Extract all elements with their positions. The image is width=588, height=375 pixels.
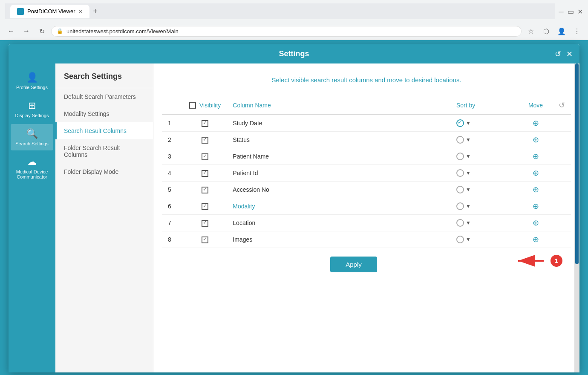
sort-dropdown-4[interactable]: ▼ [466,187,471,193]
browser-tab[interactable]: PostDICOM Viewer ✕ [10,5,89,18]
row-checkbox-7[interactable] [202,237,208,243]
column-name-text-1: Status [233,136,250,143]
profile-icon: 👤 [26,72,38,83]
sort-dropdown-0[interactable]: ▼ [466,120,471,126]
instruction-text: Select visible search result columns and… [162,72,571,88]
row-checkbox-0[interactable] [202,120,208,127]
sort-radio-2[interactable] [456,153,464,160]
nav-item-default-search[interactable]: Default Search Parameters [55,88,153,105]
sort-by-header-label: Sort by [456,102,475,109]
sidebar-label-search: Search Settings [15,141,49,146]
modal-title: Settings [279,49,309,58]
sort-radio-1[interactable] [456,136,464,144]
back-button[interactable]: ← [5,25,17,37]
move-handle-6[interactable]: ⊕ [533,219,539,227]
tab-close-button[interactable]: ✕ [78,9,83,14]
row-checkbox-5[interactable] [202,203,208,210]
sort-cell-3: ▼ [450,165,519,182]
nav-item-search-result-columns[interactable]: Search Result Columns [55,122,153,139]
visibility-checkbox-0[interactable] [183,115,227,132]
window-close-button[interactable]: ✕ [577,9,583,14]
modal-reset-button[interactable]: ↺ [555,49,561,59]
visibility-checkbox-6[interactable] [183,215,227,231]
extra-cell-2 [553,148,571,165]
row-checkbox-3[interactable] [202,170,208,177]
visibility-header-label: Visibility [199,102,221,109]
visibility-checkbox-2[interactable] [183,148,227,165]
nav-item-folder-display-mode[interactable]: Folder Display Mode [55,163,153,180]
extra-cell-4 [553,182,571,198]
bookmark-button[interactable]: ☆ [525,25,537,37]
browser-chrome: PostDICOM Viewer ✕ + ─ ▭ ✕ ← → ↻ 🔒 unite… [0,0,588,40]
sort-radio-6[interactable] [456,219,464,227]
profile-button[interactable]: 👤 [556,25,568,37]
visibility-checkbox-3[interactable] [183,165,227,182]
row-checkbox-6[interactable] [202,220,208,227]
row-number-header [162,96,183,115]
forward-button[interactable]: → [20,25,32,37]
move-cell-6: ⊕ [519,215,553,231]
sidebar-item-display-settings[interactable]: ⊞ Display Settings [11,96,53,122]
table-row: 8 Images ▼ ⊕ [162,231,571,248]
select-all-checkbox[interactable] [189,102,196,109]
row-checkbox-2[interactable] [202,153,208,160]
sort-dropdown-3[interactable]: ▼ [466,170,471,176]
scrollbar-track[interactable] [574,63,579,372]
extra-cell-3 [553,165,571,182]
address-bar[interactable]: 🔒 unitedstateswest.postdicom.com/Viewer/… [51,26,522,37]
visibility-checkbox-1[interactable] [183,132,227,148]
sort-radio-5[interactable] [456,202,464,210]
move-handle-7[interactable]: ⊕ [533,235,539,244]
search-icon: 🔍 [26,128,38,139]
visibility-checkbox-4[interactable] [183,182,227,198]
row-number-0: 1 [162,115,183,132]
menu-button[interactable]: ⋮ [571,25,583,37]
sidebar-item-medical-device[interactable]: ☁ Medical Device Communicator [11,152,53,184]
maximize-button[interactable]: ▭ [568,9,574,14]
sort-radio-3[interactable] [456,169,464,177]
move-cell-4: ⊕ [519,182,553,198]
reset-icon[interactable]: ↺ [559,101,565,110]
sort-dropdown-5[interactable]: ▼ [466,203,471,209]
left-nav-panel: Search Settings Default Search Parameter… [55,63,153,372]
move-handle-2[interactable]: ⊕ [533,152,539,161]
table-row: 1 Study Date ▼ ⊕ [162,115,571,132]
table-row: 3 Patient Name ▼ ⊕ [162,148,571,165]
row-checkbox-1[interactable] [202,137,208,144]
table-row: 2 Status ▼ ⊕ [162,132,571,148]
modal-close-button[interactable]: ✕ [566,49,573,59]
move-handle-5[interactable]: ⊕ [533,202,539,211]
tab-title: PostDICOM Viewer [27,8,75,14]
visibility-checkbox-7[interactable] [183,231,227,248]
row-checkbox-4[interactable] [202,187,208,193]
sort-cell-5: ▼ [450,198,519,215]
move-handle-0[interactable]: ⊕ [533,119,539,127]
new-tab-button[interactable]: + [89,3,101,19]
nav-item-folder-search-result-columns[interactable]: Folder Search Result Columns [55,139,153,163]
sort-radio-0[interactable] [456,119,464,127]
columns-table: Visibility Column Name Sort by Move [162,96,571,248]
sort-radio-7[interactable] [456,236,464,243]
apply-button-container: Apply [162,257,545,272]
visibility-checkbox-5[interactable] [183,198,227,215]
refresh-button[interactable]: ↻ [36,25,48,37]
extensions-button[interactable]: ⬡ [540,25,552,37]
sort-dropdown-7[interactable]: ▼ [466,237,471,242]
move-handle-1[interactable]: ⊕ [533,136,539,144]
move-handle-3[interactable]: ⊕ [533,169,539,177]
sort-radio-4[interactable] [456,186,464,193]
apply-button[interactable]: Apply [330,257,377,272]
sort-dropdown-1[interactable]: ▼ [466,137,471,143]
visibility-header: Visibility [183,96,227,115]
sort-dropdown-2[interactable]: ▼ [466,153,471,159]
row-number-5: 6 [162,198,183,215]
nav-item-modality-settings[interactable]: Modality Settings [55,105,153,122]
sort-cell-7: ▼ [450,231,519,248]
minimize-button[interactable]: ─ [558,9,564,14]
sidebar-item-profile-settings[interactable]: 👤 Profile Settings [11,68,53,94]
sort-dropdown-6[interactable]: ▼ [466,220,471,226]
annotation-container: 1 [510,252,562,269]
scrollbar-thumb[interactable] [575,63,579,264]
move-handle-4[interactable]: ⊕ [533,185,539,194]
sidebar-item-search-settings[interactable]: 🔍 Search Settings [11,124,53,150]
